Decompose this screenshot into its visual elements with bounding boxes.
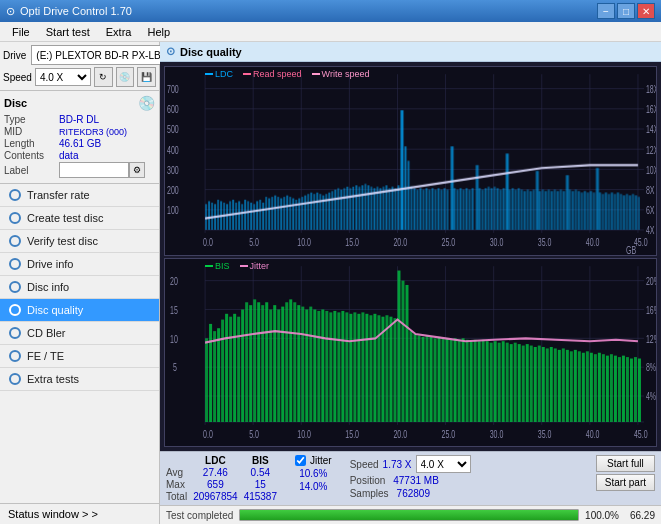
svg-rect-310 (542, 346, 545, 421)
svg-rect-133 (454, 188, 456, 230)
sidebar-item-transfer-rate[interactable]: Transfer rate (0, 184, 159, 207)
disc-panel: Disc 💿 Type BD-R DL MID RITEKDR3 (000) L… (0, 91, 159, 184)
svg-rect-65 (262, 203, 264, 230)
menu-help[interactable]: Help (139, 24, 178, 40)
start-part-button[interactable]: Start part (596, 474, 655, 491)
svg-rect-121 (414, 188, 416, 230)
svg-rect-131 (444, 188, 446, 230)
sidebar-item-disc-quality[interactable]: Disc quality (0, 299, 159, 322)
svg-rect-261 (333, 310, 336, 421)
svg-rect-182 (617, 192, 619, 230)
sidebar-item-fe-te[interactable]: FE / TE (0, 345, 159, 368)
svg-rect-276 (393, 318, 396, 422)
svg-rect-126 (429, 190, 431, 230)
svg-rect-106 (358, 187, 360, 230)
svg-rect-226 (205, 338, 208, 422)
svg-rect-89 (334, 190, 336, 230)
progress-bar-container (239, 509, 579, 521)
sidebar-item-drive-info[interactable]: Drive info (0, 253, 159, 276)
svg-rect-146 (497, 188, 499, 230)
svg-rect-144 (491, 188, 493, 230)
maximize-button[interactable]: □ (617, 3, 635, 19)
sidebar-item-fe-te-label: FE / TE (27, 350, 64, 362)
menu-bar: File Start test Extra Help (0, 22, 661, 42)
svg-rect-95 (352, 187, 354, 230)
start-full-button[interactable]: Start full (596, 455, 655, 472)
svg-rect-307 (530, 345, 533, 421)
jitter-checkbox[interactable] (295, 455, 306, 466)
disc-icon-btn[interactable]: 💿 (116, 67, 135, 87)
svg-rect-158 (539, 191, 541, 230)
close-button[interactable]: ✕ (637, 3, 655, 19)
length-value: 46.61 GB (59, 138, 101, 149)
sidebar-item-cd-bler[interactable]: CD Bler (0, 322, 159, 345)
svg-rect-181 (614, 194, 616, 230)
svg-rect-300 (502, 341, 505, 422)
svg-rect-87 (328, 192, 330, 230)
svg-rect-163 (554, 190, 556, 230)
speed-select[interactable]: 4.0 X (35, 68, 91, 86)
save-btn[interactable]: 💾 (137, 67, 156, 87)
svg-rect-150 (512, 188, 514, 230)
samples-row: Samples 762809 (350, 488, 471, 499)
label-set-btn[interactable]: ⚙ (129, 162, 145, 178)
sidebar: Drive (E:) PLEXTOR BD-R PX-LB950SA 1.06 … (0, 42, 160, 524)
svg-rect-82 (313, 194, 315, 230)
svg-text:12%: 12% (646, 333, 656, 345)
create-test-disc-icon (8, 211, 22, 225)
disc-quality-icon-header: ⊙ (166, 45, 175, 58)
sidebar-item-disc-info[interactable]: Disc info (0, 276, 159, 299)
svg-rect-245 (281, 306, 284, 421)
svg-text:20%: 20% (646, 275, 656, 287)
stats-empty-header (166, 455, 187, 466)
minimize-button[interactable]: − (597, 3, 615, 19)
svg-rect-139 (472, 188, 474, 230)
sidebar-item-verify-test-disc[interactable]: Verify test disc (0, 230, 159, 253)
stats-table: Avg Max Total LDC 27.46 659 20967854 BIS… (166, 455, 277, 502)
menu-start-test[interactable]: Start test (38, 24, 98, 40)
jitter-section: Jitter 10.6% 14.0% (295, 455, 332, 492)
svg-rect-227 (209, 323, 212, 421)
svg-rect-96 (400, 110, 403, 230)
svg-rect-143 (488, 187, 490, 230)
svg-rect-102 (536, 171, 539, 230)
svg-text:15: 15 (170, 304, 178, 316)
svg-rect-293 (474, 339, 477, 421)
svg-text:8%: 8% (646, 362, 656, 374)
svg-rect-262 (337, 312, 340, 422)
svg-rect-254 (317, 310, 320, 421)
svg-rect-59 (244, 200, 246, 230)
status-window[interactable]: Status window > > (0, 503, 159, 524)
speed-dropdown[interactable]: 4.0 X (416, 455, 471, 473)
svg-rect-250 (301, 306, 304, 421)
title-bar-controls: − □ ✕ (597, 3, 655, 19)
svg-text:18X: 18X (646, 84, 656, 96)
svg-rect-184 (623, 195, 625, 230)
sidebar-item-extra-tests[interactable]: Extra tests (0, 368, 159, 391)
svg-rect-108 (364, 184, 366, 230)
svg-text:4X: 4X (646, 225, 655, 237)
svg-rect-129 (438, 188, 440, 230)
sidebar-item-create-test-disc[interactable]: Create test disc (0, 207, 159, 230)
svg-rect-327 (610, 354, 613, 422)
svg-rect-155 (527, 190, 529, 230)
svg-rect-185 (626, 194, 628, 230)
speed-val: 1.73 X (383, 459, 412, 470)
svg-rect-242 (269, 309, 272, 422)
svg-rect-311 (546, 348, 549, 422)
sidebar-item-cd-bler-label: CD Bler (27, 327, 66, 339)
label-input[interactable] (59, 162, 129, 178)
svg-rect-258 (401, 280, 404, 421)
menu-file[interactable]: File (4, 24, 38, 40)
svg-rect-229 (217, 328, 220, 422)
svg-rect-280 (422, 336, 425, 421)
svg-rect-252 (309, 306, 312, 421)
disc-quality-header: ⊙ Disc quality (160, 42, 661, 62)
svg-rect-291 (466, 339, 469, 421)
svg-rect-127 (432, 188, 434, 230)
svg-text:200: 200 (167, 185, 179, 197)
menu-extra[interactable]: Extra (98, 24, 140, 40)
svg-rect-166 (563, 191, 565, 230)
svg-rect-171 (581, 192, 583, 230)
speed-refresh-btn[interactable]: ↻ (94, 67, 113, 87)
